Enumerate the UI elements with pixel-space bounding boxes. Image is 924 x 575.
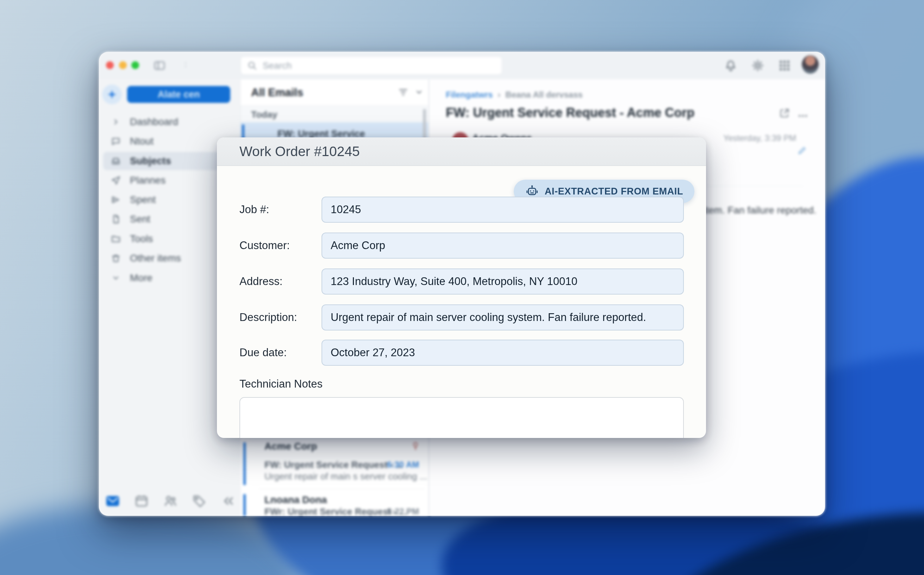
divider — [259, 489, 425, 489]
open-in-new-icon[interactable] — [779, 108, 790, 119]
tasks-tag-module-icon[interactable] — [191, 493, 208, 509]
sidebar-item-tools[interactable]: Tools — [103, 230, 236, 248]
send-triangle-icon — [110, 194, 122, 205]
customer-label: Customer: — [239, 232, 320, 259]
breadcrumb: Filengatwrs › Beana All dervsass — [446, 90, 583, 100]
edit-pencil-icon[interactable] — [797, 146, 807, 156]
sparkle-icon[interactable] — [102, 84, 122, 104]
inbox-icon — [110, 156, 122, 167]
search-icon — [247, 60, 257, 70]
modal-title: Work Order #10245 — [239, 137, 360, 165]
unread-indicator-bar — [243, 494, 246, 516]
unread-indicator-bar — [243, 442, 246, 485]
breadcrumb-current: Beana All dervsass — [505, 90, 582, 100]
sidebar-item-ntout[interactable]: Ntout — [103, 132, 236, 151]
email-time: 6:30 AM — [387, 460, 419, 470]
chevron-right-icon — [110, 116, 122, 127]
desktop: { "colors": { "accent_blue": "#1470d4", … — [0, 0, 924, 575]
trash-icon — [110, 253, 122, 264]
minimize-window-button[interactable] — [119, 61, 127, 69]
technician-notes-label: Technician Notes — [239, 378, 323, 391]
user-avatar[interactable] — [802, 56, 819, 73]
description-label: Description: — [239, 304, 320, 330]
app-launcher-grid-icon[interactable] — [776, 57, 793, 74]
calendar-module-icon[interactable] — [133, 493, 150, 509]
drag-handle-icon — [177, 57, 194, 74]
folder-icon — [110, 233, 122, 245]
email-time: 5:22 PM — [387, 507, 419, 516]
paper-plane-icon — [110, 175, 122, 186]
titlebar — [99, 52, 825, 79]
sidebar-toggle-icon[interactable] — [151, 57, 168, 74]
close-window-button[interactable] — [106, 61, 114, 69]
due-date-label: Due date: — [239, 340, 320, 366]
email-body-fragment: stem. Fan failure reported. — [701, 205, 816, 216]
sidebar-item-more[interactable]: More — [103, 269, 236, 287]
email-list-header: All Emails — [241, 79, 428, 105]
technician-notes-textarea[interactable] — [239, 397, 684, 438]
customer-field[interactable]: Acme Corp — [322, 232, 684, 259]
breadcrumb-link[interactable]: Filengatwrs — [446, 90, 493, 100]
date-group-header: Today — [241, 105, 428, 122]
sidebar-item-plannes[interactable]: Plannes — [103, 171, 236, 189]
maximize-window-button[interactable] — [132, 61, 139, 69]
chevron-down-icon — [110, 272, 122, 284]
contacts-module-icon[interactable] — [162, 493, 179, 509]
more-options-icon[interactable] — [797, 110, 808, 122]
search-bar[interactable] — [241, 56, 502, 75]
sidebar-item-sent[interactable]: Sent — [103, 210, 236, 228]
email-timestamp: Yesterday, 3:39 PM — [723, 133, 796, 143]
work-order-modal: Work Order #10245 AI-EXTRACTED FROM EMAI… — [217, 137, 706, 438]
job-number-field[interactable]: 10245 — [322, 197, 684, 223]
sidebar-item-spent[interactable]: Spent 27 — [103, 191, 236, 209]
description-field[interactable]: Urgent repair of main server cooling sys… — [322, 304, 684, 330]
job-number-label: Job #: — [239, 197, 320, 223]
sidebar-item-other-items[interactable]: Other items — [103, 249, 236, 267]
compose-button[interactable]: Alate cen — [127, 86, 230, 103]
mail-module-icon[interactable] — [105, 493, 121, 509]
filter-icon[interactable] — [398, 87, 409, 98]
address-label: Address: — [239, 268, 320, 295]
settings-gear-icon[interactable] — [749, 57, 766, 74]
robot-icon — [525, 184, 539, 199]
module-switcher — [105, 493, 236, 509]
folder-title: All Emails — [251, 86, 303, 99]
due-date-field[interactable]: October 27, 2023 — [322, 340, 684, 366]
collapse-sidebar-icon[interactable] — [220, 493, 236, 509]
sort-chevron-icon[interactable] — [414, 87, 424, 97]
pin-icon — [411, 442, 420, 451]
email-subject: FW: Urgent Service Request - Acme Corp — [446, 105, 694, 120]
sidebar-item-dashboard[interactable]: Dashboard — [103, 113, 236, 131]
notifications-bell-icon[interactable] — [722, 57, 739, 74]
chat-icon — [110, 136, 122, 147]
modal-header: Work Order #10245 — [217, 137, 706, 166]
search-input[interactable] — [262, 60, 487, 71]
document-icon — [110, 213, 122, 225]
breadcrumb-separator: › — [498, 90, 500, 100]
address-field[interactable]: 123 Industry Way, Suite 400, Metropolis,… — [322, 268, 684, 295]
sidebar-item-subjects[interactable]: Subjects — [103, 152, 236, 170]
